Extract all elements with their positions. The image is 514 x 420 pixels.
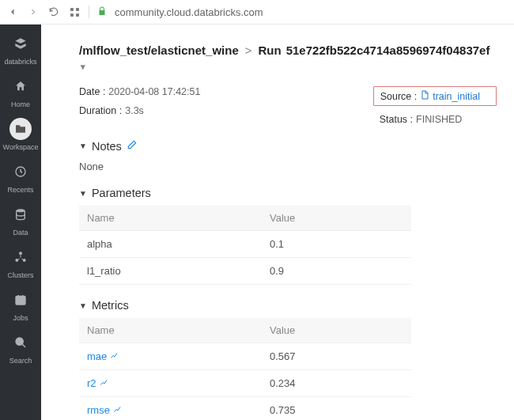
metric-name: rmse: [87, 404, 110, 416]
edit-icon[interactable]: [127, 139, 138, 153]
parameters-header[interactable]: ▼ Parameters: [79, 187, 497, 199]
source-box: Source : train_initial: [373, 86, 497, 106]
run-meta: Date : 2020-04-08 17:42:51 Duration : 3.…: [79, 86, 497, 125]
chart-icon: [110, 351, 119, 362]
file-icon: [420, 90, 429, 102]
browser-bar: community.cloud.databricks.com: [0, 0, 514, 25]
chart-icon: [113, 405, 123, 416]
chevron-down-icon[interactable]: ▾: [81, 62, 85, 72]
svg-rect-1: [76, 8, 79, 11]
caret-down-icon: ▼: [79, 142, 87, 150]
notes-header[interactable]: ▼ Notes: [79, 139, 497, 153]
metrics-title: Metrics: [92, 299, 129, 312]
source-label: Source :: [380, 91, 418, 102]
address-bar[interactable]: community.cloud.databricks.com: [115, 6, 263, 18]
date-label: Date :: [79, 86, 105, 97]
metric-value: 0.567: [262, 343, 411, 370]
parameters-table: Name Value alpha 0.1 l1_ratio 0.9: [79, 206, 411, 285]
status-value: FINISHED: [416, 114, 462, 125]
sidebar-item-recents[interactable]: Recents: [0, 156, 41, 199]
breadcrumb-separator: >: [245, 44, 252, 57]
table-row: r2 0.234: [79, 370, 411, 397]
sidebar-item-clusters[interactable]: Clusters: [0, 241, 41, 284]
sidebar-label: Data: [13, 229, 28, 236]
sidebar-label: Clusters: [7, 271, 33, 279]
param-name: alpha: [79, 231, 262, 258]
source-link[interactable]: train_initial: [420, 90, 480, 102]
svg-point-5: [17, 209, 25, 212]
metrics-section: ▼ Metrics Name Value mae: [79, 299, 497, 420]
svg-point-7: [15, 259, 18, 262]
clusters-icon: [9, 246, 32, 268]
sidebar-item-search[interactable]: Search: [0, 327, 41, 369]
notes-body: None: [79, 161, 497, 172]
lock-icon: [97, 6, 107, 18]
svg-rect-2: [70, 13, 74, 17]
reload-icon[interactable]: [47, 6, 60, 18]
sidebar-label: Jobs: [13, 314, 28, 322]
metric-value: 0.234: [262, 370, 411, 397]
svg-point-8: [23, 259, 26, 262]
metric-name: mae: [87, 350, 107, 362]
table-row: alpha 0.1: [79, 231, 411, 258]
sidebar-label: Home: [11, 100, 30, 108]
metric-name: r2: [87, 377, 96, 389]
divider: [89, 6, 89, 18]
databricks-icon: [9, 32, 32, 55]
sidebar-item-databricks[interactable]: databricks: [0, 28, 41, 70]
metrics-col-name: Name: [79, 318, 262, 343]
status-label: Status :: [380, 114, 413, 125]
svg-rect-0: [70, 8, 74, 11]
notes-title: Notes: [92, 140, 122, 153]
metric-link[interactable]: r2: [87, 377, 254, 389]
duration-value: 3.3s: [125, 105, 144, 116]
sidebar-label: Search: [9, 357, 32, 365]
sidebar-label: databricks: [4, 58, 36, 66]
notes-section: ▼ Notes None: [79, 139, 497, 172]
metric-link[interactable]: mae: [87, 350, 254, 362]
sidebar-item-home[interactable]: Home: [0, 70, 41, 113]
chart-icon: [100, 378, 109, 389]
main-content: /mlflow_test/elasticnet_wine > Run 51e72…: [41, 25, 514, 420]
param-name: l1_ratio: [79, 258, 262, 285]
back-icon[interactable]: [6, 6, 19, 18]
forward-icon[interactable]: [27, 6, 40, 18]
table-row: rmse 0.735: [79, 397, 411, 421]
clock-icon: [9, 161, 32, 183]
table-row: mae 0.567: [79, 343, 411, 370]
breadcrumb-run-prefix: Run: [259, 44, 282, 57]
parameters-title: Parameters: [92, 187, 151, 199]
home-icon: [9, 75, 32, 97]
duration-label: Duration :: [79, 105, 122, 116]
param-value: 0.1: [262, 231, 411, 258]
metrics-col-value: Value: [262, 318, 411, 343]
search-icon: [9, 331, 32, 354]
metrics-table: Name Value mae 0.567: [79, 318, 411, 420]
sidebar-item-workspace[interactable]: Workspace: [0, 113, 41, 156]
svg-point-6: [19, 252, 22, 255]
parameters-col-name: Name: [79, 206, 262, 231]
breadcrumb: /mlflow_test/elasticnet_wine > Run 51e72…: [79, 44, 497, 72]
sidebar-item-jobs[interactable]: Jobs: [0, 284, 41, 327]
svg-point-10: [16, 338, 23, 345]
sidebar-item-data[interactable]: Data: [0, 199, 41, 241]
svg-rect-3: [76, 13, 79, 17]
sidebar-label: Recents: [7, 186, 33, 194]
breadcrumb-path[interactable]: /mlflow_test/elasticnet_wine: [79, 44, 239, 57]
table-row: l1_ratio 0.9: [79, 258, 411, 285]
sidebar: databricks Home Workspace Recents Data: [0, 25, 41, 420]
calendar-icon: [9, 289, 32, 311]
database-icon: [9, 203, 32, 225]
svg-rect-9: [16, 296, 25, 305]
param-value: 0.9: [262, 258, 411, 285]
metrics-header[interactable]: ▼ Metrics: [79, 299, 497, 312]
parameters-section: ▼ Parameters Name Value alpha 0.1 l1_rat…: [79, 187, 497, 285]
caret-down-icon: ▼: [79, 189, 87, 198]
parameters-col-value: Value: [262, 206, 411, 231]
source-value: train_initial: [433, 91, 480, 102]
breadcrumb-run-id: 51e722fb522c4714a8596974f04837ef: [286, 44, 490, 57]
date-value: 2020-04-08 17:42:51: [108, 86, 200, 97]
sidebar-label: Workspace: [3, 143, 39, 151]
metric-link[interactable]: rmse: [87, 404, 254, 416]
apps-grid-icon[interactable]: [68, 6, 81, 18]
